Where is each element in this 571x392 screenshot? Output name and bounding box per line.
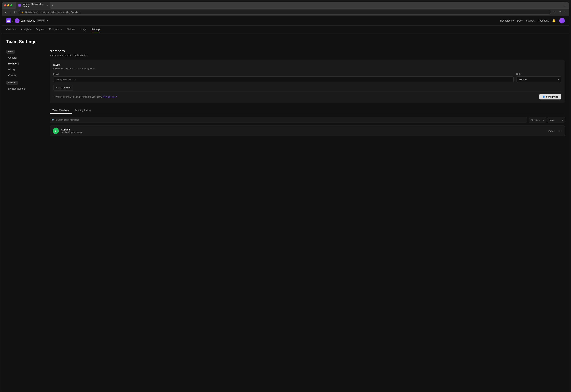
external-link-icon: ↗ [115,96,117,98]
traffic-lights [4,4,13,6]
tab-pending-invites[interactable]: Pending Invites [72,107,94,114]
titlebar-chevron-icon[interactable]: ⌄ [563,3,567,8]
top-nav-right: Resources ▾ Docs Support Feedback 🔔 [500,18,565,23]
tab-team-members[interactable]: Team Members [50,107,72,114]
new-tab-button[interactable]: + [50,3,55,7]
main-layout: Team General Members Billing Credits Acc… [6,49,565,143]
close-window-button[interactable] [4,4,6,6]
maximize-window-button[interactable] [10,4,13,6]
browser-tab-active[interactable]: thirdweb: The complete web3 d ✕ [16,2,50,9]
sidebar-item-credits[interactable]: Credits [6,72,44,78]
search-wrapper: 🔍 [50,117,527,123]
thirdweb-logo [6,18,11,23]
member-info: Samina samina@thirdweb.com [61,128,545,133]
sub-navigation: Overview Analytics Engines Ecosystems Ne… [2,26,569,33]
toolbar-action-buttons: ☆ ⬡ ≡ [553,10,567,14]
tab-title: thirdweb: The complete web3 d [22,3,45,8]
invite-title: Invite [53,63,561,66]
invite-footer: Team members are billed according to you… [53,92,561,99]
sidebar: Team General Members Billing Credits Acc… [6,49,44,143]
sidebar-team-group-label: Team [6,50,15,54]
all-roles-filter-wrapper: All Roles Owner Member Guest ▾ [528,117,546,123]
search-members-input[interactable] [50,117,527,123]
subnav-overview[interactable]: Overview [6,26,16,33]
docs-link[interactable]: Docs [517,19,523,22]
minimize-window-button[interactable] [7,4,9,6]
view-pricing-link[interactable]: View pricing ↗ [102,96,117,98]
team-avatar: S [15,18,19,23]
main-content-area: Members Manage team members and invitati… [44,49,565,143]
billing-note-text: Team members are billed according to you… [53,96,102,98]
subnav-nebula[interactable]: Nebula [67,26,74,33]
team-switcher-chevron-icon[interactable]: ▾ [47,19,48,22]
team-name[interactable]: saminacodes [21,19,35,22]
member-email: samina@thirdweb.com [61,131,545,133]
add-another-label: Add Another [58,86,71,89]
subnav-ecosystems[interactable]: Ecosystems [49,26,62,33]
brand-section: / S saminacodes Starter ▾ [6,18,48,23]
send-invite-label: Send Invite [546,96,558,98]
page-title: Team Settings [6,39,565,44]
notifications-bell-button[interactable]: 🔔 [552,19,556,23]
url-text: https://thirdweb.com/team/saminacodes/~/… [25,11,80,14]
table-row: S Samina samina@thirdweb.com Owner ⋯ [50,126,565,136]
email-input[interactable] [53,76,513,82]
role-label: Role [516,73,561,75]
add-icon: + [56,86,57,89]
date-select[interactable]: Date Name [548,117,565,123]
sidebar-item-billing[interactable]: Billing [6,67,44,72]
forward-button[interactable]: › [8,10,11,14]
view-pricing-label: View pricing [102,96,115,98]
email-label: Email [53,73,513,75]
bookmark-icon[interactable]: ☆ [553,10,557,14]
resources-label: Resources [500,19,512,22]
address-bar[interactable]: 🔒 https://thirdweb.com/team/saminacodes/… [19,10,551,14]
sidebar-item-general[interactable]: General [6,55,44,60]
subnav-usage[interactable]: Usage [80,26,87,33]
user-avatar[interactable] [559,18,565,23]
tab-bar: thirdweb: The complete web3 d ✕ + [16,2,561,9]
email-field-group: Email [53,73,513,82]
member-name: Samina [61,128,545,131]
browser-toolbar: ‹ › ↻ 🔒 https://thirdweb.com/team/samina… [2,9,569,16]
top-navigation: / S saminacodes Starter ▾ Resources ▾ Do… [2,16,569,26]
support-link[interactable]: Support [526,19,534,22]
back-button[interactable]: ‹ [4,10,7,14]
subnav-settings[interactable]: Settings [91,26,100,33]
subnav-analytics[interactable]: Analytics [21,26,31,33]
section-subtitle: Manage team members and invitations [50,54,565,56]
invite-fields-row: Email Role Member Owner Guest [53,73,561,82]
date-filter-wrapper: Date Name ▾ [548,117,565,123]
invite-description: Invite new members to your team by email [53,67,561,70]
extensions-icon[interactable]: ⬡ [558,10,562,14]
sidebar-account-group-label: Account [6,81,18,85]
subnav-engines[interactable]: Engines [36,26,44,33]
add-another-button[interactable]: + Add Another [53,85,73,90]
member-role: Owner [548,130,554,132]
reload-button[interactable]: ↻ [13,10,17,14]
sidebar-item-my-notifications[interactable]: My Notifications [6,86,44,92]
all-roles-select[interactable]: All Roles Owner Member Guest [528,117,546,123]
member-avatar: S [53,128,59,134]
menu-icon[interactable]: ≡ [563,10,567,14]
role-field-group: Role Member Owner Guest ▾ [516,73,561,82]
resources-chevron-icon: ▾ [512,19,514,22]
role-select[interactable]: Member Owner Guest [516,76,561,82]
role-select-wrapper: Member Owner Guest ▾ [516,76,561,82]
invite-card: Invite Invite new members to your team b… [50,60,565,103]
section-title: Members [50,49,565,53]
tab-close-button[interactable]: ✕ [46,4,48,7]
members-tabs: Team Members Pending Invites [50,107,565,114]
send-invite-icon: 👤 [542,96,545,98]
sidebar-item-members[interactable]: Members [6,61,44,66]
lock-icon: 🔒 [21,11,24,14]
search-icon: 🔍 [52,119,55,121]
page-content: Team Settings Team General Members Billi… [2,33,569,143]
brand-separator: / [13,19,13,22]
resources-menu-button[interactable]: Resources ▾ [500,19,514,22]
search-filter-row: 🔍 All Roles Owner Member Guest ▾ [50,117,565,123]
member-more-options-button[interactable]: ⋯ [557,129,562,133]
browser-titlebar: thirdweb: The complete web3 d ✕ + ⌄ [2,2,569,9]
send-invite-button[interactable]: 👤 Send Invite [539,94,561,99]
feedback-link[interactable]: Feedback [538,19,549,22]
